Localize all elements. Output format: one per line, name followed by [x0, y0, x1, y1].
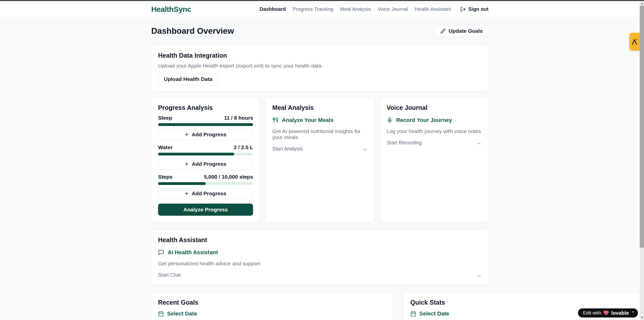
arrow-right-icon: → [361, 145, 367, 152]
scrollbar-thumb[interactable] [640, 6, 644, 248]
recent-goals-card: Recent Goals Select Date Today Yesterday… [151, 292, 393, 320]
voice-journal-title: Voice Journal [387, 104, 482, 111]
steps-label: Steps [158, 174, 172, 180]
plus-icon: + [185, 190, 189, 197]
sign-out-label: Sign out [468, 6, 488, 12]
utensils-icon [272, 117, 278, 123]
recent-goals-select-date[interactable]: Select Date [158, 310, 386, 317]
steps-value: 5,000 / 10,000 steps [204, 174, 253, 180]
arrow-right-icon: → [476, 271, 482, 278]
assistant-description: Get personalized health advice and suppo… [158, 261, 482, 267]
upload-health-data-button[interactable]: Upload Health Data [158, 73, 218, 85]
select-date-label: Select Date [419, 310, 449, 317]
microphone-icon [387, 117, 393, 123]
integration-title: Health Data Integration [158, 52, 482, 59]
close-icon[interactable]: × [632, 309, 634, 314]
sleep-progress-bar [158, 123, 253, 126]
scroll-up-arrow-icon[interactable] [640, 1, 644, 6]
steps-metric: Steps 5,000 / 10,000 steps +Add Progress [158, 174, 253, 199]
integration-description: Upload your Apple Health export (export.… [158, 63, 482, 69]
edit-with-lovable-badge[interactable]: Edit with lovable × [578, 308, 638, 317]
add-water-progress-button[interactable]: +Add Progress [158, 158, 253, 170]
health-assistant-card: Health Assistant AI Health Assistant Get… [151, 230, 488, 285]
analyze-your-meals-link[interactable]: Analyze Your Meals [272, 117, 367, 123]
add-progress-label: Add Progress [192, 132, 226, 138]
brand-logo: HealthSync [151, 5, 191, 14]
edit-with-label: Edit with [583, 310, 601, 316]
start-analysis-row[interactable]: Start Analysis → [272, 145, 367, 152]
chat-bubble-icon [158, 249, 164, 255]
start-chat-label: Start Chat [158, 272, 181, 278]
meal-analysis-card: Meal Analysis Analyze Your Meals Get AI-… [265, 97, 374, 222]
record-your-journey-link[interactable]: Record Your Journey [387, 117, 482, 123]
page-title: Dashboard Overview [151, 26, 234, 36]
calendar-icon [410, 311, 416, 317]
voice-journal-card: Voice Journal Record Your Journey Log yo… [380, 97, 488, 222]
sleep-value: 11 / 8 hours [224, 115, 253, 121]
ai-health-assistant-link[interactable]: AI Health Assistant [158, 249, 482, 256]
nav-health-assistant[interactable]: Health Assistant [415, 6, 451, 12]
arrow-right-icon: → [476, 139, 482, 146]
select-date-label: Select Date [167, 310, 197, 317]
steps-progress-track [158, 182, 253, 185]
sleep-label: Sleep [158, 115, 172, 121]
main-content: Dashboard Overview Update Goals Health D… [0, 18, 640, 320]
start-recording-label: Start Recording [387, 140, 422, 146]
side-widget-button[interactable] [629, 33, 640, 51]
vertical-scrollbar[interactable] [640, 0, 644, 320]
nav-dashboard[interactable]: Dashboard [260, 6, 286, 12]
water-progress-track [158, 153, 253, 155]
water-progress-bar [158, 153, 234, 155]
meal-description: Get AI-powered nutritional insights for … [272, 128, 367, 140]
water-metric: Water 2 / 2.5 L +Add Progress [158, 144, 253, 170]
ai-health-assistant-label: AI Health Assistant [168, 249, 218, 256]
progress-analysis-card: Progress Analysis Sleep 11 / 8 hours +Ad… [151, 97, 260, 222]
logout-icon [460, 7, 466, 12]
water-label: Water [158, 144, 173, 150]
recent-goals-title: Recent Goals [158, 299, 386, 306]
main-nav: Dashboard Progress Tracking Meal Analysi… [260, 6, 488, 12]
sleep-metric: Sleep 11 / 8 hours +Add Progress [158, 115, 253, 140]
app-header: HealthSync Dashboard Progress Tracking M… [0, 1, 640, 18]
sleep-progress-track [158, 123, 253, 126]
calendar-icon [158, 311, 164, 317]
start-recording-row[interactable]: Start Recording → [387, 139, 482, 146]
plus-icon: + [185, 161, 189, 167]
lovable-heart-icon [603, 310, 609, 315]
health-data-integration-card: Health Data Integration Upload your Appl… [151, 45, 488, 92]
record-your-journey-label: Record Your Journey [396, 117, 452, 123]
nav-voice-journal[interactable]: Voice Journal [378, 6, 408, 12]
app-window: HealthSync Dashboard Progress Tracking M… [0, 0, 644, 320]
meal-analysis-title: Meal Analysis [272, 104, 367, 111]
update-goals-label: Update Goals [449, 28, 483, 34]
add-progress-label: Add Progress [192, 190, 226, 197]
pencil-icon [440, 28, 446, 34]
add-sleep-progress-button[interactable]: +Add Progress [158, 129, 253, 140]
update-goals-button[interactable]: Update Goals [435, 25, 488, 37]
amber-logo-icon [631, 38, 638, 46]
scroll-down-arrow-icon[interactable] [640, 315, 644, 320]
lovable-label: lovable [611, 310, 629, 316]
nav-meal-analysis[interactable]: Meal Analysis [340, 6, 371, 12]
voice-description: Log your health journey with voice notes [387, 128, 482, 134]
steps-progress-bar [158, 182, 206, 185]
health-assistant-title: Health Assistant [158, 236, 482, 244]
progress-analysis-title: Progress Analysis [158, 104, 253, 111]
start-chat-row[interactable]: Start Chat → [158, 271, 482, 278]
window-top-strip [0, 0, 644, 1]
add-steps-progress-button[interactable]: +Add Progress [158, 188, 253, 199]
nav-progress-tracking[interactable]: Progress Tracking [293, 6, 333, 12]
sign-out-button[interactable]: Sign out [460, 6, 488, 12]
add-progress-label: Add Progress [192, 161, 226, 167]
water-value: 2 / 2.5 L [234, 144, 253, 150]
start-analysis-label: Start Analysis [272, 146, 303, 152]
analyze-progress-button[interactable]: Analyze Progress [158, 204, 253, 216]
analyze-your-meals-label: Analyze Your Meals [282, 117, 333, 123]
plus-icon: + [185, 131, 189, 138]
quick-stats-title: Quick Stats [410, 299, 638, 306]
